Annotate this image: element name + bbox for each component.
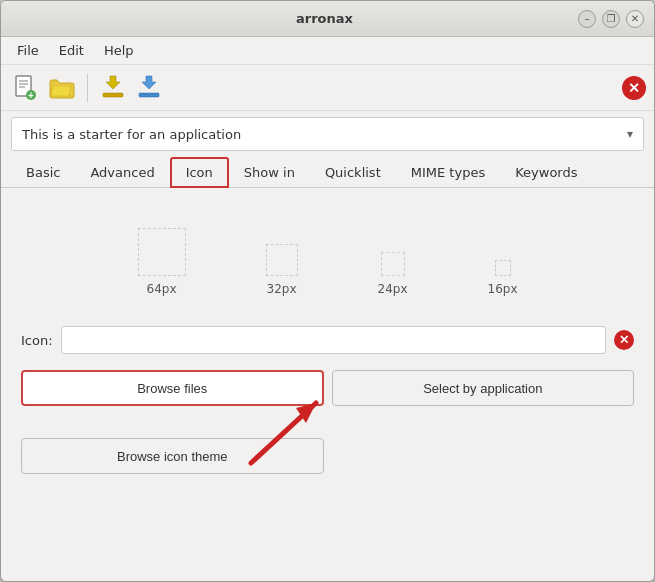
tab-show-in[interactable]: Show in: [229, 158, 310, 187]
download-1-button[interactable]: [96, 71, 130, 105]
tab-quicklist[interactable]: Quicklist: [310, 158, 396, 187]
tab-advanced[interactable]: Advanced: [75, 158, 169, 187]
toolbar-group-2: [96, 71, 166, 105]
svg-marker-7: [106, 76, 120, 89]
buttons-row-2: Browse icon theme: [21, 430, 634, 474]
icon-size-32-label: 32px: [267, 282, 297, 296]
application-window: arronax – ❐ ✕ File Edit Help: [0, 0, 655, 582]
svg-rect-6: [103, 93, 123, 97]
icon-text-field[interactable]: [61, 326, 606, 354]
buttons-area: Browse files Select by application Brows…: [21, 370, 634, 476]
toolbar-close-icon: ✕: [628, 80, 640, 96]
icon-preview-64: 64px: [138, 228, 186, 296]
tab-basic[interactable]: Basic: [11, 158, 75, 187]
browse-icon-theme-button[interactable]: Browse icon theme: [21, 438, 324, 474]
title-bar: arronax – ❐ ✕: [1, 1, 654, 37]
svg-text:+: +: [28, 90, 34, 101]
icon-preview-32-box: [266, 244, 298, 276]
toolbar-close-button[interactable]: ✕: [622, 76, 646, 100]
browse-files-button[interactable]: Browse files: [21, 370, 324, 406]
icon-input-row: Icon: ✕: [21, 326, 634, 354]
icon-preview-16: 16px: [488, 228, 518, 296]
minimize-button[interactable]: –: [578, 10, 596, 28]
icon-clear-icon: ✕: [619, 333, 629, 347]
icon-preview-32: 32px: [266, 228, 298, 296]
buttons-row-1: Browse files Select by application: [21, 370, 634, 406]
icon-field-label: Icon:: [21, 333, 53, 348]
icon-preview-16-box: [495, 260, 511, 276]
application-dropdown[interactable]: This is a starter for an application ▾: [11, 117, 644, 151]
menu-edit[interactable]: Edit: [51, 41, 92, 60]
download-2-button[interactable]: [132, 71, 166, 105]
window-controls: – ❐ ✕: [578, 10, 644, 28]
svg-marker-11: [296, 403, 316, 423]
menu-help[interactable]: Help: [96, 41, 142, 60]
dropdown-value: This is a starter for an application: [22, 127, 241, 142]
svg-marker-9: [142, 76, 156, 89]
content-area: 64px 32px 24px 16px Icon: ✕: [1, 188, 654, 581]
toolbar-group-1: +: [9, 71, 79, 105]
icon-preview-24: 24px: [378, 228, 408, 296]
dropdown-arrow-icon: ▾: [627, 127, 633, 141]
icon-preview-area: 64px 32px 24px 16px: [21, 208, 634, 306]
open-document-icon: [47, 73, 77, 103]
icon-size-64-label: 64px: [147, 282, 177, 296]
icon-size-24-label: 24px: [378, 282, 408, 296]
maximize-button[interactable]: ❐: [602, 10, 620, 28]
icon-preview-64-box: [138, 228, 186, 276]
menu-bar: File Edit Help: [1, 37, 654, 65]
window-title: arronax: [71, 11, 578, 26]
tabs-bar: Basic Advanced Icon Show in Quicklist MI…: [1, 157, 654, 188]
arrow-area: Browse icon theme: [21, 406, 634, 476]
tab-icon[interactable]: Icon: [170, 157, 229, 188]
download-2-icon: [134, 73, 164, 103]
new-document-button[interactable]: +: [9, 71, 43, 105]
menu-file[interactable]: File: [9, 41, 47, 60]
icon-preview-24-box: [381, 252, 405, 276]
tab-mime-types[interactable]: MIME types: [396, 158, 500, 187]
icon-clear-button[interactable]: ✕: [614, 330, 634, 350]
icon-size-16-label: 16px: [488, 282, 518, 296]
select-by-application-button[interactable]: Select by application: [332, 370, 635, 406]
download-1-icon: [98, 73, 128, 103]
open-document-button[interactable]: [45, 71, 79, 105]
toolbar: +: [1, 65, 654, 111]
tab-keywords[interactable]: Keywords: [500, 158, 592, 187]
close-button[interactable]: ✕: [626, 10, 644, 28]
svg-rect-8: [139, 93, 159, 97]
new-document-icon: +: [11, 73, 41, 103]
toolbar-separator-1: [87, 74, 88, 102]
